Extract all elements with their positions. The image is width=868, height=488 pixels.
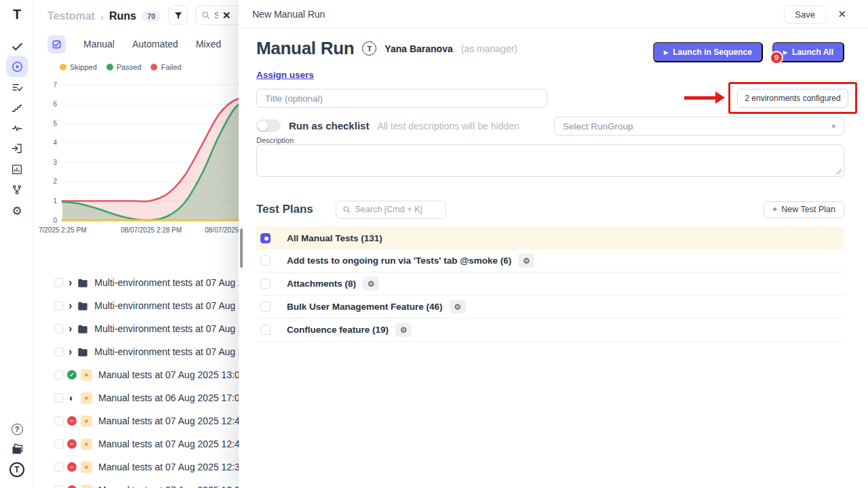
search-placeholder: Search [Cmd + K] [355,205,422,214]
tab-automated[interactable]: Automated [132,39,178,49]
test-plan-checkbox-checked[interactable] [260,233,271,243]
status-failed-icon: − [67,485,77,488]
folder-icon [77,301,88,310]
sidebar-item-tests[interactable] [0,39,34,54]
chevron-right-icon[interactable]: › [68,323,72,334]
test-plan-row[interactable]: Confluence feature (19) ⚙ [256,319,844,342]
run-label: Multi-environment tests at 07 Aug 202 [94,300,254,311]
manager-name: Yana Baranova [384,43,452,54]
svg-text:4: 4 [53,139,57,146]
test-plan-settings-button[interactable]: ⚙ [450,300,466,314]
breadcrumb-root[interactable]: Testomat [47,10,95,22]
run-checkbox[interactable] [54,485,64,488]
run-checkbox[interactable] [54,462,64,472]
test-plans-search-input[interactable]: Search [Cmd + K] [336,201,446,219]
x-axis-label-2: 08/07/2025 2:28 PM [121,226,182,234]
test-plan-row[interactable]: Bulk User Management Feature (46) ⚙ [256,296,844,319]
sidebar-item-account[interactable]: T [0,462,34,478]
launch-all-button[interactable]: ▶ Launch All [772,42,844,62]
git-branch-icon [11,184,23,196]
gear-icon: ⚙ [368,279,375,289]
test-plan-label: Attachments (8) [287,279,356,289]
tab-manual[interactable]: Manual [83,39,115,49]
sidebar-item-runs-active[interactable] [0,56,34,77]
list-check-icon [11,81,24,94]
description-label: Description [256,136,294,144]
test-plan-row[interactable]: Add tests to ongoing run via 'Tests' tab… [256,249,844,272]
svg-text:3: 3 [53,159,57,166]
filter-button[interactable] [168,5,188,25]
assign-users-link[interactable]: Assign users [256,70,314,80]
folder-icon [77,278,88,287]
panel-scrollbar[interactable] [240,228,243,268]
run-checkbox[interactable] [54,324,64,333]
title-input[interactable]: Title (optional) [256,89,547,108]
sidebar-item-milestones[interactable] [0,100,34,115]
run-checkbox[interactable] [54,439,64,449]
sidebar-item-branches[interactable] [0,182,34,197]
run-checkbox[interactable] [54,347,64,357]
run-checkbox[interactable] [54,278,64,287]
sidebar-item-plans[interactable] [0,80,34,95]
app-logo[interactable]: T [0,5,34,23]
rungroup-select[interactable]: Select RunGroup ▾ [554,117,844,136]
resize-handle-icon[interactable] [835,168,842,174]
play-icon: ▶ [783,49,787,56]
launch-in-sequence-button[interactable]: ▶ Launch in Sequence [653,42,763,62]
chevron-right-icon[interactable]: › [68,300,72,311]
tab-mixed[interactable]: Mixed [196,39,221,49]
description-textarea[interactable] [256,144,844,177]
manual-run-icon: ✶ [81,369,92,381]
run-label: Manual tests at 07 Aug 2025 12:43 [98,415,245,426]
test-plan-checkbox[interactable] [260,325,271,335]
manager-role-note: (as manager) [461,43,517,54]
run-label: Multi-environment tests at 07 Aug 202 [94,323,254,334]
search-icon [342,205,351,214]
stairs-icon [11,102,23,114]
sidebar-item-help[interactable]: ? [0,422,34,436]
runs-active-highlight [6,56,28,77]
test-plans-header: Test Plans Search [Cmd + K] + New Test P… [256,199,844,220]
tab-all-runs[interactable] [47,35,66,54]
search-clear-button[interactable]: ✕ [218,7,235,24]
test-plan-settings-button[interactable]: ⚙ [363,277,379,291]
test-plan-label: All Manual Tests (131) [287,233,382,243]
sidebar-item-settings[interactable]: ⚙ [0,203,34,218]
sidebar-item-analytics[interactable] [0,162,34,177]
svg-text:2: 2 [53,178,57,185]
run-checkbox[interactable] [54,393,64,403]
new-test-plan-button[interactable]: + New Test Plan [764,201,844,218]
test-plan-row[interactable]: All Manual Tests (131) [256,226,844,249]
checklist-hint: All test descriptions will be hidden [377,121,519,131]
test-plan-row[interactable]: Attachments (8) ⚙ [256,272,844,296]
test-plan-settings-button[interactable]: ⚙ [518,253,534,268]
status-partial-icon: ◐ [67,393,77,403]
run-label: Manual tests at 07 Aug 2025 12:3 [98,485,240,488]
chevron-right-icon[interactable]: › [68,277,72,288]
test-plan-checkbox[interactable] [260,302,271,312]
run-checkbox[interactable] [54,416,64,426]
run-checkbox[interactable] [54,370,64,380]
annotation-arrow [684,96,716,100]
close-icon[interactable]: ✕ [837,8,846,20]
manual-run-icon: ✶ [81,392,92,404]
test-plan-checkbox[interactable] [260,279,271,289]
test-plan-checkbox[interactable] [260,256,271,266]
run-title-row: Manual Run T Yana Baranova (as manager) [256,38,517,59]
sidebar-item-activity[interactable] [0,121,34,136]
runs-count-badge: 70 [142,11,161,22]
status-failed-icon: − [67,462,77,472]
sign-in-icon [11,142,23,155]
save-button[interactable]: Save [784,5,826,24]
funnel-icon [174,11,183,20]
status-failed-icon: − [67,439,77,449]
chevron-right-icon[interactable]: › [68,346,72,357]
svg-text:5: 5 [53,120,57,127]
environments-configured-button[interactable]: 2 environments configured [737,89,848,108]
test-plan-label: Bulk User Management Feature (46) [287,302,443,312]
test-plan-settings-button[interactable]: ⚙ [395,323,412,337]
sidebar-item-projects[interactable] [0,442,34,455]
run-checkbox[interactable] [54,301,64,310]
sidebar-item-import[interactable] [0,141,34,156]
checklist-toggle[interactable] [256,119,281,132]
